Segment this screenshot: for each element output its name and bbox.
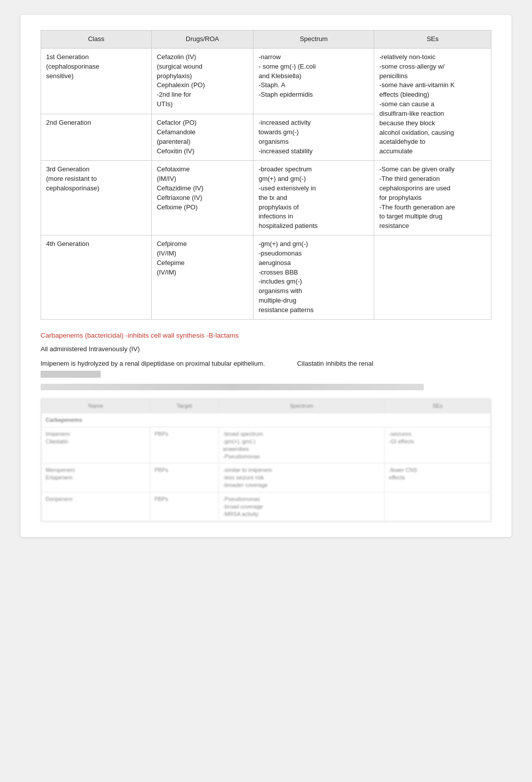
- cell-drug-name: Doripenem: [42, 492, 150, 521]
- carbapenem-imipenem-line: Imipenem is hydrolyzed by a renal dipept…: [41, 359, 491, 369]
- cell-spectrum: -narrow- some gm(-) (E.coliand Klebsiell…: [253, 48, 374, 114]
- cell-ses: -seizures-GI effects: [385, 427, 491, 463]
- cell-ses: -Some can be given orally-The third gene…: [374, 161, 491, 235]
- blurred-continuation: [41, 384, 424, 390]
- carbapenems-section: Carbapenems (bactericidal) -inhibits cel…: [41, 332, 491, 391]
- cell-spectrum: -similar to imipenem-less seizure risk-b…: [218, 463, 384, 492]
- table-row: Carbapenems: [42, 413, 491, 427]
- table-row: Doripenem PBPs -Pseudomonas-broad covera…: [42, 492, 491, 521]
- cell-ses: -relatively non-toxic-some cross-allergy…: [374, 48, 491, 160]
- cell-spectrum: -broad spectrum-gm(+), gm(-)anaerobes-Ps…: [218, 427, 384, 463]
- cell-spectrum: -Pseudomonas-broad coverage-MRSA activit…: [218, 492, 384, 521]
- second-table-wrapper: Name Target Spectrum SEs Carbapenems Imi…: [41, 398, 491, 522]
- carbapenem-iv-note: All administered Intravenously (IV): [41, 344, 491, 355]
- col2-target: Target: [150, 399, 219, 413]
- cell-ses: [385, 492, 491, 521]
- inhibits-renal-text: inhibits the renal: [326, 359, 374, 369]
- carbapenems-heading: Carbapenems (bactericidal) -inhibits cel…: [41, 332, 491, 339]
- cell-class: 1st Generation(cephalosporinasesensitive…: [41, 48, 152, 114]
- cell-class: 3rd Generation(more resistant tocephalos…: [41, 161, 152, 235]
- page-container: Class Drugs/ROA Spectrum SEs 1st Generat…: [21, 15, 511, 537]
- table-row: 3rd Generation(more resistant tocephalos…: [41, 161, 491, 235]
- cell-drugs: Cefazolin (IV)(surgical woundprophylaxis…: [151, 48, 253, 114]
- cell-drug-name: ImipenemCilastatin: [42, 427, 150, 463]
- redacted-bar: [41, 371, 101, 378]
- cell-spectrum: -increased activitytowards gm(-)organism…: [253, 114, 374, 160]
- imipenem-text: Imipenem is hydrolyzed by a renal dipept…: [41, 359, 265, 369]
- col2-name: Name: [42, 399, 150, 413]
- cell-spectrum: -gm(+) and gm(-)-pseudomonasaeruginosa-c…: [253, 235, 374, 320]
- cell-subheading: Carbapenems: [42, 413, 491, 427]
- carbapenems-table: Name Target Spectrum SEs Carbapenems Imi…: [41, 399, 491, 521]
- cell-target: PBPs: [150, 492, 219, 521]
- table-row: ImipenemCilastatin PBPs -broad spectrum-…: [42, 427, 491, 463]
- col2-spectrum: Spectrum: [218, 399, 384, 413]
- cell-ses: -fewer CNSeffects: [385, 463, 491, 492]
- col-ses: SEs: [374, 31, 491, 49]
- col-class: Class: [41, 31, 152, 49]
- cilastatin-label: Cilastatin: [297, 359, 324, 369]
- cell-ses: [374, 235, 491, 320]
- cell-drugs: Cefpirome(IV/IM)Cefepime(IV/IM): [151, 235, 253, 320]
- col-drugs: Drugs/ROA: [151, 31, 253, 49]
- cell-target: PBPs: [150, 463, 219, 492]
- cell-drug-name: MeropenemErtapenem: [42, 463, 150, 492]
- cephalosporins-table: Class Drugs/ROA Spectrum SEs 1st Generat…: [41, 30, 491, 320]
- table-row: MeropenemErtapenem PBPs -similar to imip…: [42, 463, 491, 492]
- table-row: 1st Generation(cephalosporinasesensitive…: [41, 48, 491, 114]
- cell-target: PBPs: [150, 427, 219, 463]
- cell-drugs: Cefaclor (PO)Cefamandole(parenteral)Cefo…: [151, 114, 253, 160]
- col2-ses: SEs: [385, 399, 491, 413]
- cell-class: 2nd Generation: [41, 114, 152, 160]
- col-spectrum: Spectrum: [253, 31, 374, 49]
- cell-drugs: Cefotaxime(IM/IV)Ceftazidime (IV)Ceftria…: [151, 161, 253, 235]
- cell-spectrum: -broader spectrumgm(+) and gm(-)-used ex…: [253, 161, 374, 235]
- table-row: 4th Generation Cefpirome(IV/IM)Cefepime(…: [41, 235, 491, 320]
- cell-class: 4th Generation: [41, 235, 152, 320]
